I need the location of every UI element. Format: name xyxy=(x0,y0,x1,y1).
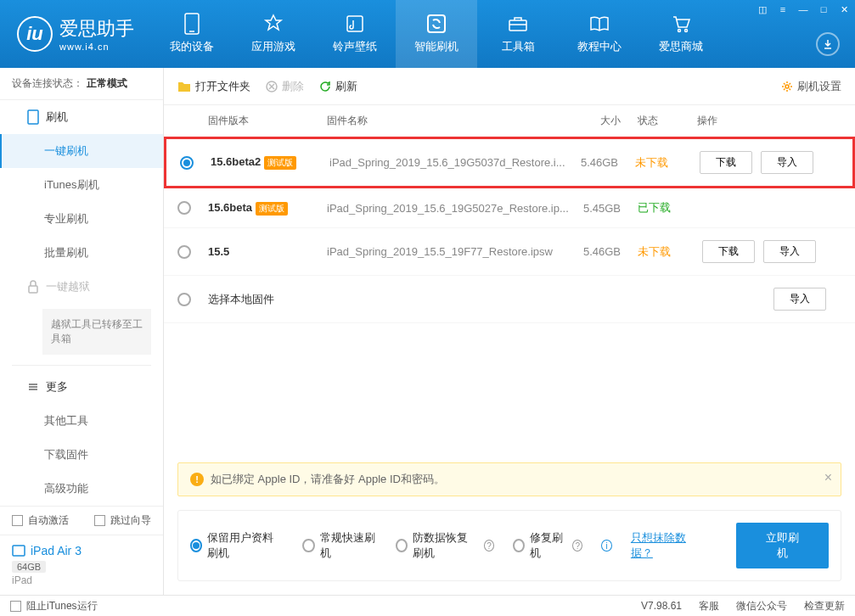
jailbreak-note: 越狱工具已转移至工具箱 xyxy=(42,309,151,355)
close-notice-button[interactable]: × xyxy=(824,470,832,485)
nav-flash[interactable]: 智能刷机 xyxy=(396,0,477,68)
footer-wechat[interactable]: 微信公众号 xyxy=(736,599,787,613)
maximize-icon[interactable]: □ xyxy=(818,3,830,15)
storage-badge: 64GB xyxy=(12,561,46,573)
skin-icon[interactable]: ◫ xyxy=(757,3,768,15)
block-itunes-checkbox[interactable] xyxy=(10,601,21,612)
info-icon[interactable]: i xyxy=(601,540,612,552)
logo-area: iu 爱思助手 www.i4.cn xyxy=(0,16,151,52)
sidebar-section-more[interactable]: 更多 xyxy=(0,370,163,404)
window-controls: ◫ ≡ — □ ✕ xyxy=(757,3,850,15)
delete-icon xyxy=(266,81,278,92)
status-bar: 阻止iTunes运行 V7.98.61 客服 微信公众号 检查更新 xyxy=(0,595,855,616)
firmware-row-1[interactable]: 15.6beta测试版 iPad_Spring_2019_15.6_19G502… xyxy=(164,188,855,228)
svg-point-5 xyxy=(678,30,681,32)
app-domain: www.i4.cn xyxy=(59,42,134,52)
svg-point-16 xyxy=(785,85,789,88)
footer-support[interactable]: 客服 xyxy=(699,599,719,613)
menu-small-icon xyxy=(27,381,39,393)
gear-icon xyxy=(781,81,793,92)
auto-activate-row: 自动激活 跳过向导 xyxy=(0,506,163,535)
col-version: 固件版本 xyxy=(208,114,327,128)
download-button[interactable]: 下载 xyxy=(702,240,755,263)
nav-apps[interactable]: 应用游戏 xyxy=(233,0,314,68)
music-icon xyxy=(345,14,365,34)
download-indicator[interactable] xyxy=(816,32,840,56)
erase-data-link[interactable]: 只想抹除数据？ xyxy=(631,530,699,561)
svg-rect-7 xyxy=(28,110,38,124)
flash-now-button[interactable]: 立即刷机 xyxy=(736,523,830,568)
delete-button: 删除 xyxy=(266,79,304,94)
warning-icon: ! xyxy=(190,473,204,486)
book-icon xyxy=(589,14,610,34)
minimize-icon[interactable]: — xyxy=(797,3,809,15)
footer-update[interactable]: 检查更新 xyxy=(804,599,845,613)
firmware-row-2[interactable]: 15.5 iPad_Spring_2019_15.5_19F77_Restore… xyxy=(164,228,855,276)
opt-repair[interactable]: 修复刷机? xyxy=(513,530,582,561)
svg-rect-12 xyxy=(13,546,25,556)
svg-rect-3 xyxy=(428,15,445,32)
device-info: iPad Air 3 64GB iPad xyxy=(0,535,163,595)
import-button[interactable]: 导入 xyxy=(763,240,816,263)
sidebar-section-jailbreak: 一键越狱 xyxy=(0,270,163,304)
help-icon[interactable]: ? xyxy=(484,540,494,552)
sidebar-item-batch[interactable]: 批量刷机 xyxy=(0,236,163,270)
sidebar-item-pro[interactable]: 专业刷机 xyxy=(0,202,163,236)
opt-normal[interactable]: 常规快速刷机 xyxy=(302,530,377,561)
col-status: 状态 xyxy=(638,114,697,128)
nav-tutorials[interactable]: 教程中心 xyxy=(559,0,640,68)
sidebar-item-oneclick[interactable]: 一键刷机 xyxy=(0,134,163,168)
toolbox-icon xyxy=(508,14,528,34)
cart-icon xyxy=(671,14,691,34)
refresh-small-icon xyxy=(319,81,331,92)
help-icon[interactable]: ? xyxy=(572,540,582,552)
logo-icon: iu xyxy=(17,16,53,52)
version-label: V7.98.61 xyxy=(641,600,682,612)
row-radio[interactable] xyxy=(177,293,191,306)
device-name[interactable]: iPad Air 3 xyxy=(12,544,151,557)
device-type: iPad xyxy=(12,574,151,586)
col-size: 大小 xyxy=(570,114,638,128)
app-name: 爱思助手 xyxy=(59,16,134,42)
row-radio[interactable] xyxy=(177,201,191,215)
toolbar: 打开文件夹 删除 刷新 刷机设置 xyxy=(164,68,855,105)
local-firmware-row[interactable]: 选择本地固件 导入 xyxy=(164,276,855,323)
sidebar-item-advanced[interactable]: 高级功能 xyxy=(0,472,163,506)
sidebar-item-itunes[interactable]: iTunes刷机 xyxy=(0,168,163,202)
sidebar-section-flash[interactable]: 刷机 xyxy=(0,100,163,134)
beta-badge: 测试版 xyxy=(264,156,296,170)
main-panel: 打开文件夹 删除 刷新 刷机设置 固件版本 固件名称 大小 状态 操作 xyxy=(164,68,855,595)
close-icon[interactable]: ✕ xyxy=(838,3,850,15)
opt-anti-recovery[interactable]: 防数据恢复刷机? xyxy=(396,530,494,561)
sidebar-item-download-fw[interactable]: 下载固件 xyxy=(0,438,163,472)
row-radio[interactable] xyxy=(177,245,191,259)
sidebar-item-other-tools[interactable]: 其他工具 xyxy=(0,404,163,438)
phone-small-icon xyxy=(27,109,39,125)
row-radio[interactable] xyxy=(180,156,194,170)
apple-id-notice: ! 如已绑定 Apple ID，请准备好 Apple ID和密码。 × xyxy=(177,462,841,496)
nav-tools[interactable]: 工具箱 xyxy=(477,0,559,68)
col-name: 固件名称 xyxy=(327,114,570,128)
download-button[interactable]: 下载 xyxy=(700,151,752,174)
auto-activate-checkbox[interactable] xyxy=(12,515,23,526)
phone-icon xyxy=(182,14,202,34)
refresh-button[interactable]: 刷新 xyxy=(319,79,357,94)
skip-guide-checkbox[interactable] xyxy=(94,515,105,526)
nav-my-device[interactable]: 我的设备 xyxy=(151,0,233,68)
nav-shop[interactable]: 爱思商城 xyxy=(640,0,722,68)
flash-settings-button[interactable]: 刷机设置 xyxy=(781,79,841,94)
svg-rect-4 xyxy=(509,20,526,31)
nav-rings[interactable]: 铃声壁纸 xyxy=(314,0,396,68)
svg-rect-2 xyxy=(347,16,363,31)
refresh-icon xyxy=(426,14,447,34)
menu-icon[interactable]: ≡ xyxy=(777,3,789,15)
col-ops: 操作 xyxy=(697,114,841,128)
svg-point-6 xyxy=(685,30,688,32)
opt-keep-data[interactable]: 保留用户资料刷机 xyxy=(190,530,284,561)
open-folder-button[interactable]: 打开文件夹 xyxy=(177,79,250,94)
firmware-row-0[interactable]: 15.6beta2测试版 iPad_Spring_2019_15.6_19G50… xyxy=(164,137,855,188)
flash-options: 保留用户资料刷机 常规快速刷机 防数据恢复刷机? 修复刷机? i 只想抹除数据？… xyxy=(177,510,841,581)
import-button[interactable]: 导入 xyxy=(773,288,826,311)
tablet-icon xyxy=(12,545,25,557)
import-button[interactable]: 导入 xyxy=(761,151,813,174)
